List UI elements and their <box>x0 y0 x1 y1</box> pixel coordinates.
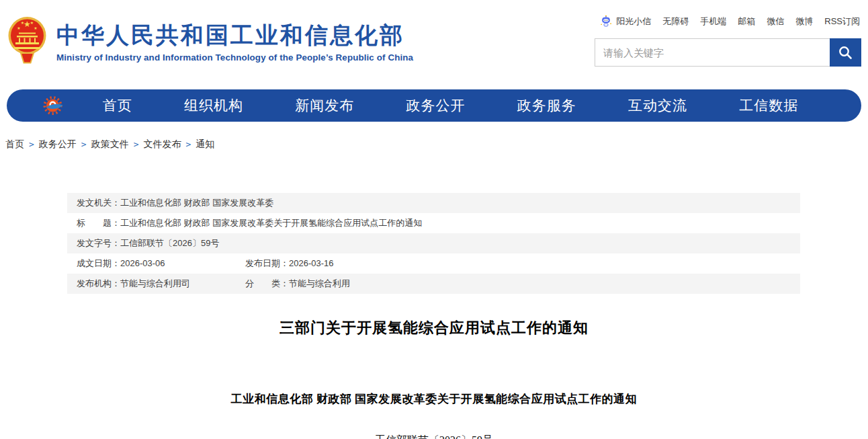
meta-cell-category: 分 类：节能与综合利用 <box>245 278 350 288</box>
quick-link-rss[interactable]: RSS订阅 <box>824 15 860 28</box>
site-title-cn: 中华人民共和国工业和信息化部 <box>56 22 413 48</box>
meta-value: 工业和信息化部 财政部 国家发展改革委关于开展氢能综合应用试点工作的通知 <box>120 218 422 228</box>
main-nav: 首页 组织机构 新闻发布 政务公开 政务服务 互动交流 工信数据 <box>7 89 861 122</box>
search-input[interactable] <box>595 39 830 66</box>
meta-label: 发布日期 <box>245 258 280 268</box>
document-subtitle: 工业和信息化部 财政部 国家发展改革委关于开展氢能综合应用试点工作的通知 <box>0 391 868 407</box>
nav-item-gov-disclosure[interactable]: 政务公开 <box>406 89 465 122</box>
document-meta-table: 发文机关：工业和信息化部 财政部 国家发展改革委 标 题：工业和信息化部 财政部… <box>67 193 800 294</box>
meta-colon: ： <box>280 258 289 268</box>
meta-colon: ： <box>112 198 120 208</box>
meta-colon: ： <box>112 278 120 288</box>
meta-label: 发布机构 <box>77 278 112 288</box>
meta-value: 工信部联节〔2026〕59号 <box>120 238 219 248</box>
breadcrumb-separator: > <box>29 139 34 149</box>
miit-gear-logo-icon <box>42 94 64 117</box>
nav-item-gov-services[interactable]: 政务服务 <box>517 89 576 122</box>
quick-link-wechat[interactable]: 微信 <box>767 15 784 28</box>
quick-link-weibo[interactable]: 微博 <box>795 15 813 28</box>
meta-cell-written-date: 成文日期：2026-03-06 <box>77 253 245 274</box>
meta-value: 节能与综合利用司 <box>120 278 190 288</box>
nav-item-home[interactable]: 首页 <box>103 89 132 122</box>
meta-row-dates: 成文日期：2026-03-06发布日期：2026-03-16 <box>67 253 800 274</box>
search-bar <box>595 38 861 67</box>
meta-label: 发文机关 <box>77 198 112 208</box>
breadcrumb-separator: > <box>134 139 139 149</box>
site-titles: 中华人民共和国工业和信息化部 Ministry of Industry and … <box>56 22 413 63</box>
robot-assistant-icon <box>600 15 612 28</box>
nav-item-organization[interactable]: 组织机构 <box>184 89 243 122</box>
meta-value: 2026-03-16 <box>289 258 334 268</box>
meta-label: 成文日期 <box>77 258 112 268</box>
quick-links: 阳光小信 无障碍 手机端 邮箱 微信 微博 RSS订阅 <box>600 15 860 28</box>
national-emblem-icon: ★ ★ ★ ★ ★ <box>8 15 46 67</box>
meta-row-publisher-category: 发布机构：节能与综合利用司分 类：节能与综合利用 <box>67 274 800 294</box>
meta-cell-publish-date: 发布日期：2026-03-16 <box>245 258 334 268</box>
document-number: 工信部联节〔2026〕59号 <box>0 434 868 439</box>
meta-value: 2026-03-06 <box>120 258 165 268</box>
meta-cell-publisher: 发布机构：节能与综合利用司 <box>77 274 245 294</box>
meta-colon: ： <box>112 218 120 228</box>
svg-text:★: ★ <box>21 21 24 25</box>
breadcrumb-separator: > <box>185 139 191 149</box>
magnifier-icon <box>838 45 853 61</box>
meta-value: 节能与综合利用 <box>289 278 350 288</box>
meta-label: 分 类 <box>245 278 280 288</box>
meta-row-issuing-agency: 发文机关：工业和信息化部 财政部 国家发展改革委 <box>67 193 800 213</box>
nav-item-interaction[interactable]: 互动交流 <box>628 89 687 122</box>
meta-row-doc-number: 发文字号：工信部联节〔2026〕59号 <box>67 233 800 253</box>
svg-text:★: ★ <box>34 26 37 30</box>
breadcrumb-item-policy-documents[interactable]: 政策文件 <box>91 138 129 149</box>
breadcrumb-item-document-release[interactable]: 文件发布 <box>143 138 181 149</box>
site-title-en: Ministry of Industry and Information Tec… <box>56 52 413 63</box>
meta-colon: ： <box>112 258 120 268</box>
meta-colon: ： <box>280 278 289 288</box>
breadcrumb-item-gov-disclosure[interactable]: 政务公开 <box>39 138 77 149</box>
quick-link-mobile[interactable]: 手机端 <box>700 15 726 28</box>
breadcrumb-item-notice[interactable]: 通知 <box>196 138 214 149</box>
site-header: ★ ★ ★ ★ ★ 中华人民共和国工业和信息化部 Ministry of Ind… <box>0 0 868 88</box>
meta-label: 标 题 <box>77 218 112 228</box>
svg-text:★: ★ <box>17 26 20 30</box>
nav-item-miit-data[interactable]: 工信数据 <box>739 89 798 122</box>
meta-row-title: 标 题：工业和信息化部 财政部 国家发展改革委关于开展氢能综合应用试点工作的通知 <box>67 213 800 233</box>
nav-items: 首页 组织机构 新闻发布 政务公开 政务服务 互动交流 工信数据 <box>77 89 824 122</box>
nav-item-news[interactable]: 新闻发布 <box>295 89 354 122</box>
meta-colon: ： <box>112 238 120 248</box>
quick-link-mail[interactable]: 邮箱 <box>738 15 755 28</box>
svg-text:★: ★ <box>30 21 34 25</box>
breadcrumb-separator: > <box>81 139 87 149</box>
meta-label: 发文字号 <box>77 238 112 248</box>
document-title: 三部门关于开展氢能综合应用试点工作的通知 <box>0 318 868 338</box>
breadcrumb-item-home[interactable]: 首页 <box>5 138 24 149</box>
meta-value: 工业和信息化部 财政部 国家发展改革委 <box>120 198 273 208</box>
breadcrumb: 首页>政务公开>政策文件>文件发布>通知 <box>5 138 868 151</box>
quick-link-sunshine-assistant[interactable]: 阳光小信 <box>616 15 651 28</box>
quick-link-accessibility[interactable]: 无障碍 <box>662 15 689 28</box>
search-button[interactable] <box>830 38 861 67</box>
